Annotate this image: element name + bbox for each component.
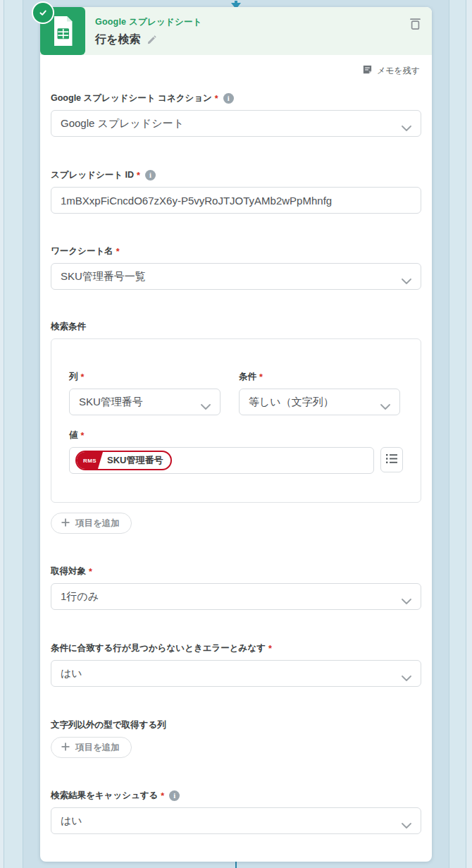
edit-icon[interactable] (147, 35, 157, 45)
field-non-string-columns: 文字列以外の型で取得する列 項目を追加 (51, 719, 421, 758)
required-mark: * (268, 644, 272, 654)
memo-link[interactable]: メモを残す (40, 55, 432, 77)
info-icon[interactable]: i (169, 790, 180, 801)
memo-link-label: メモを残す (377, 65, 420, 77)
app-name-label: Google スプレッドシート (95, 16, 202, 28)
insert-output-button[interactable] (380, 447, 403, 472)
step-header-text: Google スプレッドシート 行を検索 (85, 7, 202, 55)
field-condition-column: 列 * SKU管理番号 (69, 371, 221, 415)
token-variable-name: SKU管理番号 (103, 452, 170, 469)
field-condition-value: 値 * RMS SKU管理番号 (69, 429, 401, 474)
step-title: 行を検索 (95, 32, 140, 47)
field-spreadsheet-id: スプレッドシート ID * i (51, 169, 421, 214)
chevron-down-icon (380, 400, 390, 412)
target-value: 1行のみ (61, 590, 99, 604)
info-icon[interactable]: i (223, 93, 234, 104)
workflow-canvas: Google スプレッドシート 行を検索 (0, 0, 472, 868)
check-icon (32, 1, 54, 24)
non-string-columns-label: 文字列以外の型で取得する列 (51, 719, 166, 731)
connection-label: Google スプレッドシート コネクション (51, 92, 212, 104)
column-select[interactable]: SKU管理番号 (69, 389, 221, 415)
canvas-stripe (449, 0, 466, 868)
error-if-not-found-label: 条件に合致する行が見つからないときエラーとみなす (51, 642, 266, 654)
value-label: 値 (69, 429, 78, 441)
plus-icon (61, 742, 70, 753)
target-label: 取得対象 (51, 566, 86, 577)
field-worksheet: ワークシート名 * SKU管理番号一覧 (51, 245, 421, 290)
field-condition-operator: 条件 * 等しい（文字列） (239, 371, 400, 415)
section-search-conditions: 検索条件 列 * SKU管理番号 (51, 321, 421, 503)
field-error-if-not-found: 条件に合致する行が見つからないときエラーとみなす * はい (51, 642, 421, 687)
required-mark: * (81, 372, 85, 382)
chevron-down-icon (402, 671, 411, 683)
cache-select[interactable]: はい (51, 807, 421, 834)
canvas-stripe (466, 0, 472, 868)
cache-value: はい (61, 814, 82, 828)
error-if-not-found-select[interactable]: はい (51, 660, 421, 687)
memo-icon (362, 64, 373, 77)
value-input[interactable]: RMS SKU管理番号 (69, 447, 374, 474)
field-connection: Google スプレッドシート コネクション * i Google スプレッドシ… (51, 92, 421, 137)
chevron-down-icon (402, 594, 411, 606)
worksheet-label: ワークシート名 (51, 245, 113, 257)
step-card-google-sheets-search-row: Google スプレッドシート 行を検索 (40, 7, 432, 862)
target-select[interactable]: 1行のみ (51, 583, 421, 610)
required-mark: * (215, 94, 218, 104)
chevron-down-icon (402, 819, 411, 831)
chevron-down-icon (402, 274, 411, 286)
plus-icon (61, 518, 70, 529)
connection-value: Google スプレッドシート (61, 117, 184, 130)
connection-select[interactable]: Google スプレッドシート (51, 110, 421, 137)
add-item-button[interactable]: 項目を追加 (51, 737, 132, 758)
chevron-down-icon (402, 121, 411, 133)
operator-value: 等しい（文字列） (249, 396, 334, 409)
trash-icon[interactable] (409, 16, 421, 30)
cache-label: 検索結果をキャッシュする (51, 790, 158, 802)
required-mark: * (116, 247, 120, 257)
connector-line (235, 862, 237, 868)
field-target: 取得対象 * 1行のみ (51, 566, 421, 610)
step-header: Google スプレッドシート 行を検索 (40, 7, 432, 55)
add-condition-row: 項目を追加 (51, 513, 421, 534)
field-cache: 検索結果をキャッシュする * i はい (51, 790, 421, 834)
output-variable-token[interactable]: RMS SKU管理番号 (75, 451, 172, 470)
required-mark: * (89, 567, 92, 577)
column-value: SKU管理番号 (79, 396, 143, 409)
info-icon[interactable]: i (145, 170, 156, 181)
step-settings-form: Google スプレッドシート コネクション * i Google スプレッドシ… (40, 92, 432, 834)
required-mark: * (137, 171, 140, 181)
operator-label: 条件 (239, 371, 256, 383)
operator-select[interactable]: 等しい（文字列） (239, 389, 400, 415)
canvas-stripe (4, 0, 23, 868)
spreadsheet-id-label: スプレッドシート ID (51, 169, 134, 181)
search-conditions-label: 検索条件 (51, 321, 86, 333)
chevron-down-icon (201, 400, 211, 412)
list-icon (385, 453, 398, 466)
required-mark: * (81, 431, 85, 441)
search-condition-row: 列 * SKU管理番号 条 (51, 338, 421, 503)
add-item-label: 項目を追加 (75, 742, 120, 754)
worksheet-select[interactable]: SKU管理番号一覧 (51, 263, 421, 290)
canvas-stripe (23, 0, 23, 868)
add-item-label: 項目を追加 (75, 518, 120, 530)
worksheet-value: SKU管理番号一覧 (61, 270, 146, 283)
required-mark: * (161, 791, 164, 801)
error-if-not-found-value: はい (61, 667, 82, 680)
add-item-button[interactable]: 項目を追加 (51, 513, 132, 534)
spreadsheet-id-input[interactable] (51, 187, 421, 214)
token-app-badge: RMS (77, 452, 103, 469)
required-mark: * (259, 372, 263, 382)
column-label: 列 (69, 371, 78, 383)
